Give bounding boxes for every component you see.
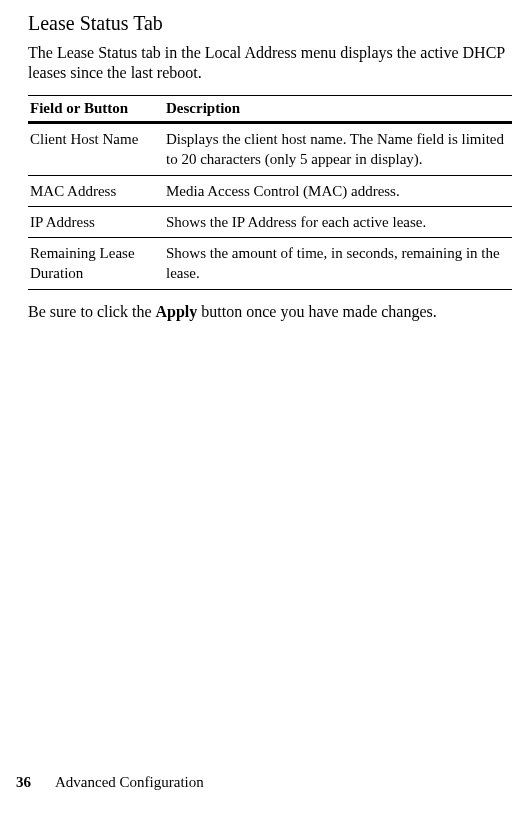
table-row: Client Host Name Displays the client hos… xyxy=(28,123,512,176)
page-number: 36 xyxy=(16,774,31,790)
table-row: IP Address Shows the IP Address for each… xyxy=(28,206,512,237)
cell-field: IP Address xyxy=(28,206,164,237)
outro-paragraph: Be sure to click the Apply button once y… xyxy=(28,302,512,322)
table-row: MAC Address Media Access Control (MAC) a… xyxy=(28,175,512,206)
table-row: Remaining Lease Duration Shows the amoun… xyxy=(28,238,512,290)
cell-description: Media Access Control (MAC) address. xyxy=(164,175,512,206)
intro-paragraph: The Lease Status tab in the Local Addres… xyxy=(28,43,512,83)
cell-description: Shows the IP Address for each active lea… xyxy=(164,206,512,237)
chapter-title: Advanced Configuration xyxy=(55,774,204,790)
cell-field: Client Host Name xyxy=(28,123,164,176)
outro-bold: Apply xyxy=(156,303,198,320)
header-description: Description xyxy=(164,96,512,123)
cell-field: MAC Address xyxy=(28,175,164,206)
outro-suffix: button once you have made changes. xyxy=(197,303,436,320)
cell-description: Displays the client host name. The Name … xyxy=(164,123,512,176)
header-field: Field or Button xyxy=(28,96,164,123)
page-footer: 36Advanced Configuration xyxy=(16,774,204,791)
field-description-table: Field or Button Description Client Host … xyxy=(28,95,512,290)
cell-description: Shows the amount of time, in seconds, re… xyxy=(164,238,512,290)
outro-prefix: Be sure to click the xyxy=(28,303,156,320)
cell-field: Remaining Lease Duration xyxy=(28,238,164,290)
table-header-row: Field or Button Description xyxy=(28,96,512,123)
section-title: Lease Status Tab xyxy=(28,12,512,35)
